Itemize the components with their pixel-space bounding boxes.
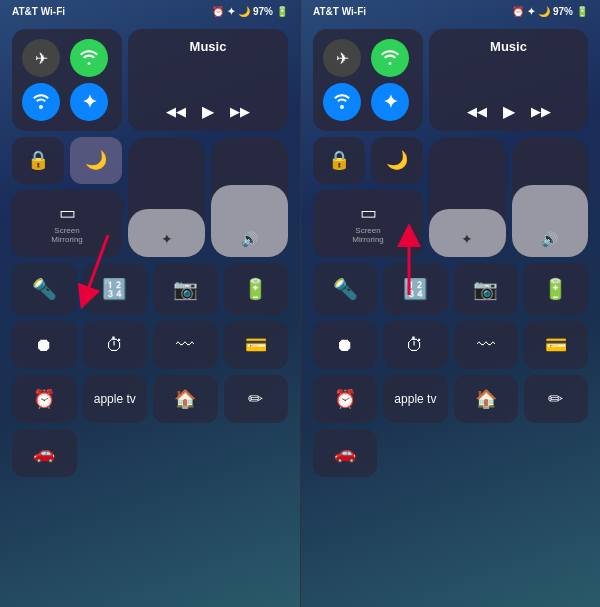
battery-button-left[interactable]: 🔋 [224,263,289,315]
notes-button-right[interactable]: ✏ [524,375,588,423]
icon-row-2-left: ⏺ ⏱ 〰 💳 [12,321,288,369]
status-bar-left: AT&T Wi-Fi ⏰ ✦ 🌙 97% 🔋 [0,0,300,21]
carrier-left: AT&T Wi-Fi [12,6,65,17]
bluetooth-icon: ✦ [227,6,235,17]
music-card-right: Music ◀◀ ▶ ▶▶ [429,29,588,131]
icon-row-3-right: ⏰ apple tv 🏠 ✏ [313,375,588,423]
flashlight-button-right[interactable]: 🔦 [313,263,377,315]
brightness-slider-right[interactable]: ✦ [429,137,506,257]
wallet-button-right[interactable]: 💳 [524,321,588,369]
middle-row-left: 🔒 🌙 ▭ ScreenMirroring ✦ 🔊 [12,137,288,257]
camera-button-left[interactable]: 📷 [153,263,218,315]
alarm-button-right[interactable]: ⏰ [313,375,377,423]
lock-rotation-button-right[interactable]: 🔒 [313,137,365,184]
music-controls-left: ◀◀ ▶ ▶▶ [140,102,276,121]
wifi-button-right[interactable] [371,39,409,77]
record-button-left[interactable]: ⏺ [12,321,77,369]
appletv-button-right[interactable]: apple tv [383,375,447,423]
timer-button-right[interactable]: ⏱ [383,321,447,369]
icon-row-1-right: 🔦 🔢 📷 🔋 [313,263,588,315]
icon-row-3-left: ⏰ apple tv 🏠 ✏ [12,375,288,423]
play-button-right[interactable]: ▶ [503,102,515,121]
home-button-left[interactable]: 🏠 [153,375,218,423]
wallet-button-left[interactable]: 💳 [224,321,289,369]
cellular-button-left[interactable] [22,83,60,121]
music-title-left: Music [140,39,276,54]
screen-mirroring-button-right[interactable]: ▭ ScreenMirroring [313,190,423,257]
music-card-left: Music ◀◀ ▶ ▶▶ [128,29,288,131]
prev-button-left[interactable]: ◀◀ [166,104,186,119]
volume-icon-right: 🔊 [541,231,558,247]
brightness-icon-left: ✦ [161,231,173,247]
record-button-right[interactable]: ⏺ [313,321,377,369]
screen-mirroring-button-left[interactable]: ▭ ScreenMirroring [12,190,122,257]
cellular-button-right[interactable] [323,83,361,121]
car-button-right[interactable]: 🚗 [313,429,377,477]
brightness-slider-left[interactable]: ✦ [128,137,205,257]
icon-row-4-left: 🚗 [12,429,288,477]
mirror-icon-right: ▭ [360,202,377,224]
lock-icon-left: 🔒 [27,149,49,171]
left-controls-left: 🔒 🌙 ▭ ScreenMirroring [12,137,122,257]
lock-icon-right: 🔒 [328,149,350,171]
do-not-disturb-button-right[interactable]: 🌙 [371,137,423,184]
mirror-label-right: ScreenMirroring [352,227,384,245]
moon-icon-left: 🌙 [85,149,107,171]
next-button-right[interactable]: ▶▶ [531,104,551,119]
volume-slider-left[interactable]: 🔊 [211,137,288,257]
timer-button-left[interactable]: ⏱ [83,321,148,369]
flashlight-button-left[interactable]: 🔦 [12,263,77,315]
sliders-area-right: ✦ 🔊 [429,137,588,257]
alarm-icon: ⏰ [212,6,224,17]
top-row-left: ✈ ✦ Music ◀◀ ▶ ▶▶ [12,29,288,131]
icon-row-2-right: ⏺ ⏱ 〰 💳 [313,321,588,369]
airplane-mode-button-right[interactable]: ✈ [323,39,361,77]
calculator-button-right[interactable]: 🔢 [383,263,447,315]
home-button-right[interactable]: 🏠 [454,375,518,423]
left-panel: AT&T Wi-Fi ⏰ ✦ 🌙 97% 🔋 ✈ [0,0,300,607]
mirror-label-left: ScreenMirroring [51,227,83,245]
bluetooth-icon-right: ✦ [527,6,535,17]
alarm-button-left[interactable]: ⏰ [12,375,77,423]
left-controls-right: 🔒 🌙 ▭ ScreenMirroring [313,137,423,257]
play-button-left[interactable]: ▶ [202,102,214,121]
next-button-left[interactable]: ▶▶ [230,104,250,119]
airplane-mode-button-left[interactable]: ✈ [22,39,60,77]
lock-rotation-button-left[interactable]: 🔒 [12,137,64,184]
right-panel: AT&T Wi-Fi ⏰ ✦ 🌙 97% 🔋 ✈ [300,0,600,607]
battery-pct-left: 97% [253,6,273,17]
volume-slider-right[interactable]: 🔊 [512,137,589,257]
voice-memo-button-left[interactable]: 〰 [153,321,218,369]
middle-row-right: 🔒 🌙 ▭ ScreenMirroring ✦ 🔊 [313,137,588,257]
appletv-button-left[interactable]: apple tv [83,375,148,423]
wifi-button-left[interactable] [70,39,108,77]
icon-row-1-left: 🔦 🔢 📷 🔋 [12,263,288,315]
mirror-icon-left: ▭ [59,202,76,224]
do-not-disturb-button-left[interactable]: 🌙 [70,137,122,184]
control-center-left: ✈ ✦ Music ◀◀ ▶ ▶▶ [0,21,300,485]
battery-icon-left: 🔋 [276,6,288,17]
calculator-button-left[interactable]: 🔢 [83,263,148,315]
icon-row-4-right: 🚗 [313,429,588,477]
carrier-right: AT&T Wi-Fi [313,6,366,17]
status-bar-right: AT&T Wi-Fi ⏰ ✦ 🌙 97% 🔋 [301,0,600,21]
bluetooth-button-right[interactable]: ✦ [371,83,409,121]
status-icons-right: ⏰ ✦ 🌙 97% 🔋 [512,6,588,17]
notes-button-left[interactable]: ✏ [224,375,289,423]
prev-button-right[interactable]: ◀◀ [467,104,487,119]
moon-icon-right: 🌙 [386,149,408,171]
car-button-left[interactable]: 🚗 [12,429,77,477]
bluetooth-button-left[interactable]: ✦ [70,83,108,121]
connectivity-grid-right: ✈ ✦ [313,29,423,131]
status-icons-left: ⏰ ✦ 🌙 97% 🔋 [212,6,288,17]
alarm-icon-right: ⏰ [512,6,524,17]
battery-pct-right: 97% [553,6,573,17]
voice-memo-button-right[interactable]: 〰 [454,321,518,369]
moon-status-icon: 🌙 [238,6,250,17]
top-row-right: ✈ ✦ Music ◀◀ ▶ ▶▶ [313,29,588,131]
control-center-right: ✈ ✦ Music ◀◀ ▶ ▶▶ [301,21,600,485]
brightness-icon-right: ✦ [461,231,473,247]
music-title-right: Music [441,39,576,54]
camera-button-right[interactable]: 📷 [454,263,518,315]
battery-button-right[interactable]: 🔋 [524,263,588,315]
